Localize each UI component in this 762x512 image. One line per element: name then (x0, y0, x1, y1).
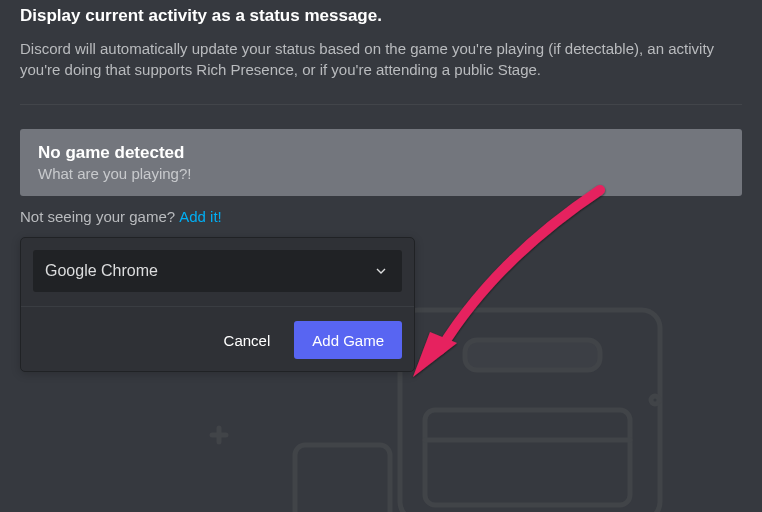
game-select-value: Google Chrome (45, 262, 158, 280)
svg-point-6 (651, 396, 659, 404)
divider (20, 104, 742, 105)
game-select[interactable]: Google Chrome (33, 250, 402, 292)
popout-divider (21, 306, 414, 307)
not-seeing-line: Not seeing your game? Add it! (20, 208, 742, 225)
section-description: Discord will automatically update your s… (20, 38, 742, 80)
status-subtitle: What are you playing?! (38, 165, 724, 182)
game-status-card: No game detected What are you playing?! (20, 129, 742, 196)
not-seeing-text: Not seeing your game? (20, 208, 179, 225)
svg-rect-3 (425, 410, 630, 505)
chevron-down-icon (372, 262, 390, 280)
section-heading: Display current activity as a status mes… (20, 6, 742, 26)
status-title: No game detected (38, 143, 724, 163)
add-game-popout: Google Chrome Cancel Add Game (20, 237, 415, 372)
add-it-link[interactable]: Add it! (179, 208, 222, 225)
cancel-button[interactable]: Cancel (206, 321, 289, 359)
svg-rect-5 (295, 445, 390, 512)
add-game-button[interactable]: Add Game (294, 321, 402, 359)
